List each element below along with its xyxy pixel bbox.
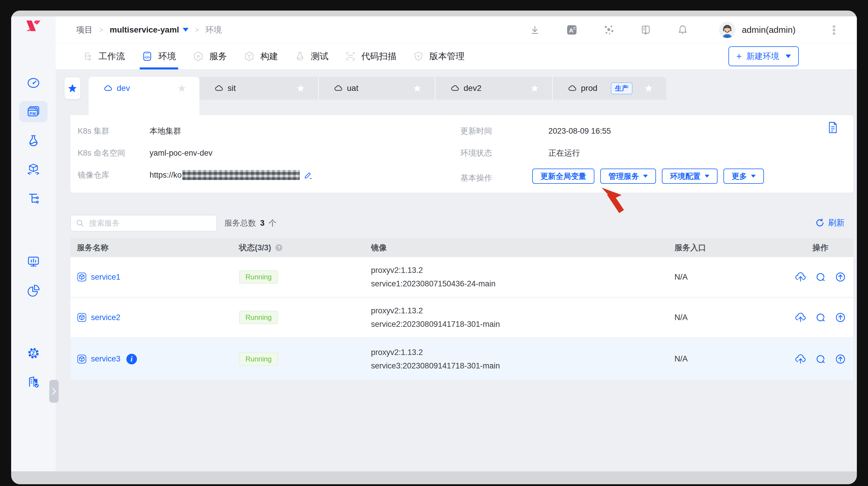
svg-text:Z: Z — [32, 351, 35, 356]
tab-code-scan[interactable]: 代码扫描 — [345, 43, 397, 69]
language-switch-button[interactable]: A 文 — [566, 24, 578, 35]
sidebar-collapse-handle[interactable] — [49, 380, 59, 403]
building-check-icon — [27, 375, 40, 389]
table-row: service2 Running proxyv2:1.13.2 service2… — [70, 297, 853, 338]
operations-cell — [787, 353, 853, 365]
restart-refresh-icon[interactable] — [815, 353, 826, 365]
restart-refresh-icon[interactable] — [815, 312, 826, 323]
monitor-chart-icon — [27, 255, 40, 268]
chevron-down-icon — [751, 175, 756, 177]
favorite-env-button[interactable] — [64, 77, 80, 99]
cloud-icon — [451, 84, 460, 93]
more-dropdown[interactable]: 更多 — [723, 168, 764, 184]
namespace-value: yaml-poc-env-dev — [150, 149, 213, 158]
update-global-vars-button[interactable]: 更新全局变量 — [532, 168, 594, 184]
refresh-label: 刷新 — [828, 217, 844, 228]
user-name[interactable]: admin(admin) — [742, 25, 796, 35]
table-header: 服务名称 状态(3/3) ? 镜像 服务入口 操作 — [70, 238, 853, 257]
test-flask-icon — [295, 51, 305, 61]
tab-services[interactable]: 服务 — [193, 43, 227, 69]
breadcrumb-projects[interactable]: 项目 — [76, 24, 93, 35]
env-tab-sit[interactable]: sit — [199, 77, 318, 100]
search-services-input[interactable] — [70, 215, 217, 232]
star-icon[interactable] — [530, 84, 539, 93]
env-config-dropdown[interactable]: 环境配置 — [662, 168, 718, 184]
upgrade-arrow-circle-icon[interactable] — [835, 271, 846, 283]
workflow-icon — [83, 51, 93, 61]
tab-label: 服务 — [209, 51, 227, 62]
service-name-cell[interactable]: service2 — [70, 313, 232, 322]
chevron-right-icon — [51, 388, 57, 395]
status-cell: Running — [232, 311, 365, 324]
production-badge: 生产 — [611, 83, 632, 94]
upgrade-arrow-circle-icon[interactable] — [835, 353, 846, 365]
zadig-logo-icon[interactable] — [26, 19, 41, 33]
tab-tests[interactable]: 测试 — [295, 43, 329, 69]
cluster-value: 本地集群 — [150, 126, 181, 136]
star-icon[interactable] — [413, 84, 422, 93]
sidebar-item-delivery[interactable] — [11, 159, 56, 180]
env-detail-doc-icon[interactable] — [828, 122, 838, 133]
env-tab-label: dev2 — [464, 84, 482, 93]
version-shield-icon — [413, 51, 424, 61]
env-tab-dev[interactable]: dev — [89, 77, 199, 100]
avatar[interactable] — [719, 22, 736, 38]
refresh-button[interactable]: 刷新 — [815, 217, 844, 228]
integrations-button[interactable] — [603, 24, 614, 35]
upgrade-arrow-circle-icon[interactable] — [835, 312, 846, 323]
sidebar-item-projects[interactable]: PM — [19, 101, 48, 122]
sidebar-item-insights[interactable] — [11, 280, 56, 301]
pie-chart-icon — [27, 284, 40, 297]
deploy-cloud-upload-icon[interactable] — [795, 353, 806, 365]
env-tab-prod[interactable]: prod 生产 — [552, 77, 666, 100]
info-icon[interactable]: i — [126, 354, 137, 364]
namespace-label: K8s 命名空间 — [78, 148, 150, 158]
sidebar-item-resources[interactable] — [11, 188, 56, 209]
environment-info-card: K8s 集群 本地集群 K8s 命名空间 yaml-poc-env-dev 镜像… — [70, 115, 853, 193]
service-name-cell[interactable]: service3 i — [70, 354, 232, 364]
help-question-icon[interactable]: ? — [275, 244, 283, 252]
sidebar-item-dashboard[interactable] — [11, 72, 56, 94]
new-environment-button[interactable]: + 新建环境 — [728, 46, 799, 66]
star-icon[interactable] — [178, 84, 186, 93]
sidebar-item-settings[interactable]: Z — [11, 343, 56, 364]
header-operations: 操作 — [787, 242, 853, 253]
service-link[interactable]: service3 — [91, 354, 121, 363]
more-menu-button[interactable]: ••• — [832, 25, 836, 35]
button-label: 管理服务 — [609, 171, 639, 182]
image-cell: proxyv2:1.13.2 service3:20230809141718-3… — [365, 346, 668, 372]
restart-refresh-icon[interactable] — [815, 271, 826, 283]
download-button[interactable] — [529, 24, 540, 35]
tab-builds[interactable]: 构建 — [244, 43, 278, 69]
tab-workflows[interactable]: 工作流 — [83, 43, 125, 69]
edit-pencil-icon[interactable] — [304, 171, 313, 180]
updated-label: 更新时间 — [460, 126, 548, 136]
service-name-cell[interactable]: service1 — [70, 272, 232, 282]
sidebar-item-test[interactable] — [11, 130, 56, 151]
env-tab-dev2[interactable]: dev2 — [435, 77, 552, 100]
notifications-button[interactable] — [677, 24, 688, 35]
docs-button[interactable] — [640, 24, 651, 35]
sidebar: PM — [11, 17, 56, 471]
tab-releases[interactable]: 版本管理 — [413, 43, 465, 69]
search-icon — [76, 219, 85, 227]
bell-icon — [677, 25, 688, 35]
breadcrumb-project-dropdown[interactable]: multiservice-yaml — [110, 25, 189, 35]
download-icon — [530, 25, 540, 35]
service-link[interactable]: service1 — [91, 272, 121, 282]
tab-environments[interactable]: </> 环境 — [142, 43, 176, 69]
star-icon[interactable] — [296, 84, 305, 93]
manage-services-dropdown[interactable]: 管理服务 — [600, 168, 656, 184]
env-tab-uat[interactable]: uat — [318, 77, 435, 100]
star-icon[interactable] — [644, 84, 653, 93]
header-entry: 服务入口 — [668, 242, 787, 253]
cloud-icon — [215, 84, 223, 93]
sidebar-item-data-overview[interactable] — [11, 251, 56, 272]
tab-label: 测试 — [311, 51, 329, 62]
deploy-cloud-upload-icon[interactable] — [795, 312, 806, 323]
cloud-icon — [568, 84, 577, 93]
env-tab-label: dev — [117, 84, 130, 93]
deploy-cloud-upload-icon[interactable] — [795, 271, 806, 283]
breadcrumb: 项目 > multiservice-yaml > 环境 — [76, 24, 222, 35]
service-link[interactable]: service2 — [91, 313, 121, 322]
